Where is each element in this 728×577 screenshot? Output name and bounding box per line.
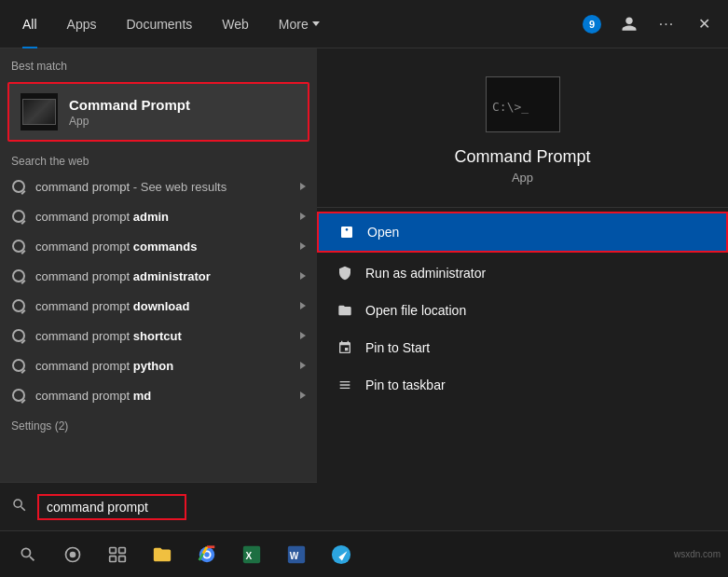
svg-point-16	[332, 544, 350, 563]
tab-web[interactable]: Web	[207, 0, 264, 48]
pin-taskbar-label: Pin to taskbar	[365, 378, 446, 392]
start-search-button[interactable]	[7, 534, 48, 575]
search-icon	[11, 209, 26, 224]
folder-open-icon	[337, 303, 352, 318]
magnifier-icon	[12, 299, 25, 312]
magnifier-icon	[12, 240, 25, 253]
search-item-text: command prompt - See web results	[35, 180, 300, 194]
content-area: Best match Command Prompt App Search the…	[0, 48, 728, 530]
magnifier-icon	[12, 329, 25, 342]
right-app-name: Command Prompt	[454, 147, 590, 167]
search-magnifier-icon	[11, 497, 28, 514]
list-item[interactable]: command prompt md	[0, 380, 317, 410]
settings-label: Settings (2)	[0, 410, 317, 438]
chevron-right-icon	[300, 332, 306, 339]
action-list: Open Run as administrator	[317, 212, 728, 404]
search-item-text: command prompt admin	[35, 210, 300, 224]
list-item[interactable]: command prompt shortcut	[0, 321, 317, 350]
nav-tabs: All Apps Documents Web More 9	[0, 0, 728, 48]
task-view-button[interactable]	[97, 534, 138, 575]
search-icon	[11, 179, 26, 194]
list-item[interactable]: command prompt python	[0, 350, 317, 380]
svg-text:W: W	[290, 550, 299, 560]
cmd-icon-svg: C:\>_	[487, 77, 560, 132]
cortana-icon	[63, 545, 82, 564]
list-item[interactable]: command prompt commands	[0, 231, 317, 261]
search-icon	[11, 388, 26, 403]
best-match-item[interactable]: Command Prompt App	[7, 82, 309, 142]
search-icon	[11, 328, 26, 343]
open-location-button[interactable]: Open file location	[317, 292, 728, 329]
run-admin-icon	[336, 264, 354, 282]
search-input[interactable]	[37, 494, 186, 520]
open-icon	[337, 223, 356, 241]
svg-text:C:\>_: C:\>_	[492, 100, 529, 114]
chrome-icon	[197, 544, 217, 565]
tab-apps[interactable]: Apps	[52, 0, 112, 48]
run-admin-button[interactable]: Run as administrator	[317, 254, 728, 292]
search-bar-icon	[11, 497, 28, 517]
open-label: Open	[367, 225, 399, 240]
app-info: Command Prompt App	[69, 97, 190, 128]
ellipsis-icon: ···	[659, 16, 674, 33]
search-icon	[11, 268, 26, 283]
search-icon	[11, 358, 26, 373]
svg-text:X: X	[246, 550, 253, 560]
list-item[interactable]: command prompt - See web results	[0, 172, 317, 201]
ellipsis-button[interactable]: ···	[650, 7, 683, 41]
app-icon-box	[21, 93, 58, 131]
chevron-right-icon	[300, 242, 306, 250]
start-menu: All Apps Documents Web More 9	[0, 0, 728, 577]
file-explorer-icon	[152, 544, 172, 565]
taskbar-pin-icon	[337, 378, 352, 392]
word-button[interactable]: W	[276, 534, 317, 575]
watermark: wsxdn.com	[674, 549, 721, 559]
nav-right-icons: 9 ··· ✕	[575, 7, 721, 41]
list-item[interactable]: command prompt administrator	[0, 261, 317, 291]
search-item-text: command prompt md	[35, 389, 300, 403]
best-match-label: Best match	[0, 48, 317, 78]
right-panel: C:\>_ Command Prompt App Open	[317, 48, 728, 530]
file-explorer-button[interactable]	[142, 534, 183, 575]
svg-rect-6	[119, 547, 126, 553]
chevron-right-icon	[300, 392, 306, 399]
word-icon: W	[286, 544, 307, 565]
chrome-button[interactable]	[186, 534, 227, 575]
shield-icon	[337, 266, 352, 281]
search-icon	[11, 298, 26, 313]
svg-rect-5	[110, 547, 117, 553]
cortana-button[interactable]	[52, 534, 93, 575]
badge-button[interactable]: 9	[575, 7, 609, 41]
left-panel: Best match Command Prompt App Search the…	[0, 48, 317, 530]
list-item[interactable]: command prompt admin	[0, 201, 317, 231]
svg-point-11	[204, 552, 210, 557]
right-app-type: App	[512, 171, 533, 185]
close-button[interactable]: ✕	[687, 7, 721, 41]
pin-start-button[interactable]: Pin to Start	[317, 329, 728, 366]
person-icon-button[interactable]	[612, 7, 646, 41]
telegram-icon	[331, 544, 351, 565]
svg-rect-8	[119, 556, 126, 561]
magnifier-icon	[12, 180, 25, 193]
chevron-right-icon	[300, 302, 306, 309]
chevron-down-icon	[312, 21, 320, 26]
search-item-text: command prompt download	[35, 299, 300, 313]
magnifier-icon	[12, 359, 25, 372]
magnifier-icon	[12, 389, 25, 402]
magnifier-icon	[12, 210, 25, 223]
list-item[interactable]: command prompt download	[0, 291, 317, 321]
pin-taskbar-button[interactable]: Pin to taskbar	[317, 366, 728, 404]
action-divider	[317, 207, 728, 208]
chevron-right-icon	[300, 272, 306, 280]
open-location-label: Open file location	[365, 303, 466, 318]
task-view-icon	[108, 545, 127, 564]
open-button[interactable]: Open	[317, 212, 728, 253]
chevron-right-icon	[300, 362, 306, 369]
pin-start-icon	[336, 338, 354, 357]
tab-documents[interactable]: Documents	[111, 0, 207, 48]
tab-more[interactable]: More	[264, 0, 335, 48]
tab-all[interactable]: All	[7, 0, 52, 48]
telegram-button[interactable]	[321, 534, 362, 575]
search-item-text: command prompt python	[35, 359, 300, 373]
excel-button[interactable]: X	[231, 534, 272, 575]
